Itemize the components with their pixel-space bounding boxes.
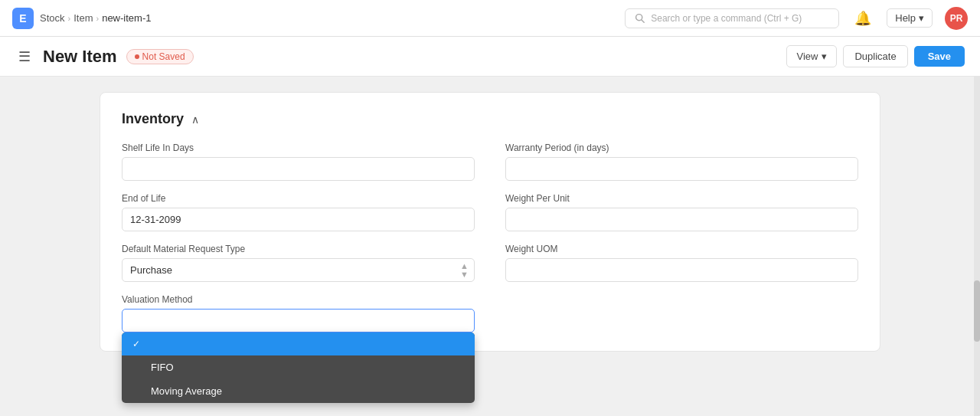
app-icon[interactable]: E [12, 8, 34, 29]
save-button[interactable]: Save [914, 46, 965, 67]
shelf-life-field-group: Shelf Life In Days [122, 142, 475, 181]
breadcrumb-sep-2: › [96, 14, 99, 23]
toolbar: ☰ New Item Not Saved View ▾ Duplicate Sa… [0, 37, 980, 77]
search-icon [635, 13, 645, 23]
breadcrumb-current: new-item-1 [102, 12, 151, 24]
weight-uom-input[interactable] [505, 258, 858, 282]
dropdown-item-moving-average-label: Moving Average [151, 385, 222, 397]
view-button[interactable]: View ▾ [786, 45, 837, 67]
dropdown-item-empty[interactable]: ✓ [122, 332, 475, 355]
warranty-period-label: Warranty Period (in days) [505, 142, 858, 153]
scrollbar-track [974, 77, 980, 416]
scrollbar-thumb[interactable] [974, 280, 980, 342]
search-bar[interactable]: Search or type a command (Ctrl + G) [625, 8, 839, 28]
page-title: New Item [43, 47, 117, 67]
dropdown-item-fifo-label: FIFO [151, 362, 174, 373]
weight-per-unit-input[interactable] [505, 208, 858, 231]
menu-toggle-button[interactable]: ☰ [15, 45, 34, 68]
shelf-life-label: Shelf Life In Days [122, 142, 475, 153]
end-of-life-label: End of Life [122, 193, 475, 204]
breadcrumb-sep-1: › [68, 14, 71, 23]
section-header: Inventory ∧ [122, 111, 858, 127]
topnav-right: Search or type a command (Ctrl + G) 🔔 He… [625, 7, 968, 30]
valuation-method-dropdown[interactable]: ✓ FIFO Moving Average [122, 332, 475, 403]
default-material-request-select[interactable]: Purchase Material Transfer Material Issu… [122, 258, 475, 282]
valuation-method-field-group: Valuation Method ✓ FIFO Moving Average [122, 294, 475, 332]
valuation-method-input[interactable] [122, 309, 475, 332]
breadcrumb: Stock › Item › new-item-1 [40, 12, 151, 24]
section-collapse-button[interactable]: ∧ [191, 113, 199, 126]
default-material-request-field-group: Default Material Request Type Purchase M… [122, 244, 475, 282]
warranty-period-field-group: Warranty Period (in days) [505, 142, 858, 181]
checkmark-icon: ✓ [132, 339, 140, 349]
warranty-period-input[interactable] [505, 157, 858, 181]
end-of-life-field-group: End of Life [122, 193, 475, 231]
dropdown-item-fifo[interactable]: FIFO [122, 355, 475, 379]
weight-uom-label: Weight UOM [505, 244, 858, 254]
default-material-request-label: Default Material Request Type [122, 244, 475, 254]
help-button[interactable]: Help ▾ [887, 8, 933, 28]
view-label: View [796, 51, 818, 62]
default-material-request-select-wrapper: Purchase Material Transfer Material Issu… [122, 258, 475, 282]
valuation-method-label: Valuation Method [122, 294, 475, 305]
user-avatar-button[interactable]: PR [945, 7, 968, 30]
chevron-down-icon: ▾ [919, 12, 924, 24]
svg-line-1 [642, 20, 644, 22]
view-chevron-icon: ▾ [822, 51, 827, 62]
help-label: Help [895, 12, 916, 24]
not-saved-badge: Not Saved [126, 49, 194, 64]
notification-bell-button[interactable]: 🔔 [851, 7, 874, 30]
weight-per-unit-label: Weight Per Unit [505, 193, 858, 204]
weight-per-unit-field-group: Weight Per Unit [505, 193, 858, 231]
toolbar-left: ☰ New Item Not Saved [15, 45, 194, 68]
search-placeholder: Search or type a command (Ctrl + G) [651, 13, 802, 24]
dropdown-item-moving-average[interactable]: Moving Average [122, 379, 475, 403]
not-saved-label: Not Saved [142, 51, 185, 62]
top-navigation: E Stock › Item › new-item-1 Search or ty… [0, 0, 980, 37]
duplicate-button[interactable]: Duplicate [843, 45, 907, 67]
toolbar-right: View ▾ Duplicate Save [786, 45, 965, 67]
weight-uom-field-group: Weight UOM [505, 244, 858, 282]
main-content: Inventory ∧ Shelf Life In Days Warranty … [0, 77, 980, 416]
end-of-life-input[interactable] [122, 208, 475, 231]
not-saved-dot [135, 54, 139, 59]
breadcrumb-stock[interactable]: Stock [40, 12, 65, 24]
shelf-life-input[interactable] [122, 157, 475, 181]
form-grid: Shelf Life In Days Warranty Period (in d… [122, 142, 858, 332]
section-title: Inventory [122, 111, 184, 127]
breadcrumb-item[interactable]: Item [74, 12, 93, 24]
inventory-card: Inventory ∧ Shelf Life In Days Warranty … [100, 92, 880, 352]
topnav-left: E Stock › Item › new-item-1 [12, 8, 151, 29]
